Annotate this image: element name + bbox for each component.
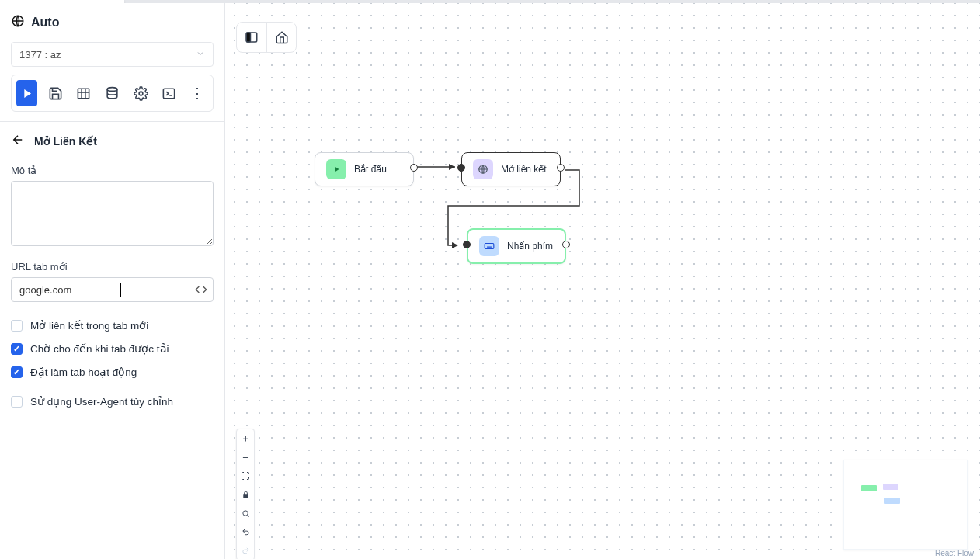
project-select-value: 1377 : az [19,49,61,61]
checkbox-icon [11,320,23,332]
app-title: Auto [31,16,59,30]
settings-button[interactable] [130,80,151,106]
chevron-down-icon [196,49,205,61]
output-port[interactable] [557,164,565,172]
checkbox-label: Sử dụng User-Agent tùy chỉnh [30,395,173,408]
input-port[interactable] [457,164,465,172]
svg-marker-7 [449,164,455,170]
input-port[interactable] [463,241,471,248]
panel-title: Mở Liên Kết [34,135,97,148]
url-input-row [11,277,214,302]
checkbox-icon [11,396,23,408]
svg-marker-8 [452,242,458,248]
save-button[interactable] [45,80,66,106]
checkbox-custom-user-agent[interactable]: Sử dụng User-Agent tùy chỉnh [11,395,214,408]
description-textarea[interactable] [11,181,214,246]
app-title-row: Auto [11,11,214,37]
minimap-node [883,484,898,490]
checkbox-label: Đặt làm tab hoạt động [30,366,137,378]
node-label: Nhấn phím [507,241,553,252]
main-toolbar: ⋮ [11,75,214,112]
terminal-button[interactable] [158,80,179,106]
checkbox-wait-tab-load[interactable]: Chờ cho đến khi tab được tải [11,342,214,355]
svg-rect-10 [485,244,494,249]
checkbox-label: Mở liên kết trong tab mới [30,319,148,332]
sidebar: Auto 1377 : az ⋮ Mở Liên Kế [0,3,225,559]
more-menu-button[interactable]: ⋮ [187,85,208,102]
table-button[interactable] [73,80,94,106]
checkbox-label: Chờ cho đến khi tab được tải [30,342,169,355]
library-attribution: React Flow [935,549,974,557]
url-input[interactable] [12,284,189,296]
text-cursor [120,283,121,297]
undo-button[interactable] [237,523,254,541]
svg-point-2 [107,87,117,91]
code-expression-button[interactable] [189,278,213,301]
flow-canvas[interactable]: Bắt đầu Mở liên kết Nhấn phím ＋ − [225,3,980,559]
checkbox-open-new-tab[interactable]: Mở liên kết trong tab mới [11,319,214,332]
svg-rect-6 [246,33,250,42]
arrow-left-icon [11,133,25,149]
divider [0,121,224,122]
minimap-node [861,485,877,491]
node-label: Mở liên kết [501,164,547,175]
minimap-node [884,498,900,504]
keyboard-icon [479,236,499,256]
project-select[interactable]: 1377 : az [11,42,214,67]
globe-icon [473,159,493,179]
output-port[interactable] [410,164,418,172]
database-button[interactable] [102,80,123,106]
svg-rect-1 [78,89,89,99]
node-label: Bắt đầu [354,164,387,175]
canvas-controls: ＋ − [236,429,255,559]
svg-point-11 [242,510,247,515]
checkbox-icon [11,366,23,378]
description-label: Mô tả [11,165,214,176]
canvas-view-toolbar [236,22,297,53]
url-label: URL tab mới [11,261,214,273]
fit-view-button[interactable] [237,467,254,485]
lock-toggle-button[interactable] [237,485,254,504]
redo-button[interactable] [237,541,254,559]
node-open-link[interactable]: Mở liên kết [461,152,561,186]
back-to-list-button[interactable]: Mở Liên Kết [11,131,214,152]
toggle-sidebar-button[interactable] [237,23,266,52]
minimap[interactable] [843,460,968,550]
home-button[interactable] [266,23,296,52]
output-port[interactable] [562,241,570,248]
checkbox-icon [11,343,23,355]
checkbox-set-active-tab[interactable]: Đặt làm tab hoạt động [11,366,214,378]
play-icon [326,159,346,179]
svg-point-3 [139,92,143,95]
search-button[interactable] [237,504,254,523]
zoom-in-button[interactable]: ＋ [237,429,254,448]
node-start[interactable]: Bắt đầu [315,152,414,186]
zoom-out-button[interactable]: − [237,448,254,467]
node-keypress[interactable]: Nhấn phím [467,228,566,264]
globe-icon [11,14,25,31]
run-button[interactable] [16,80,37,106]
